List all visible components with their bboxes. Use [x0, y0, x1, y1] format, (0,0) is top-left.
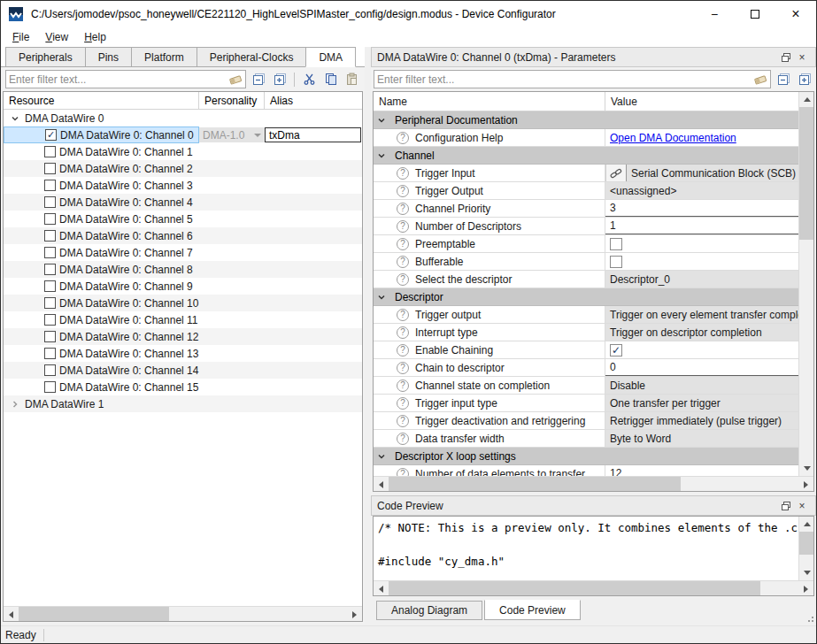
resource-cell[interactable]: DMA DataWire 0: Channel 1	[4, 143, 199, 160]
personality-combo[interactable]: DMA-1.0	[199, 127, 265, 142]
tab-analog-diagram[interactable]: Analog Diagram	[376, 601, 482, 620]
help-icon[interactable]: ?	[397, 380, 409, 392]
tree-row[interactable]: DMA DataWire 0	[4, 110, 362, 126]
resource-cell[interactable]: DMA DataWire 0: Channel 5	[4, 211, 199, 227]
expand-all-button[interactable]	[796, 71, 813, 88]
code-vertical-scrollbar[interactable]	[798, 517, 813, 580]
help-icon[interactable]: ?	[397, 433, 409, 445]
tree-row[interactable]: DMA DataWire 1	[4, 395, 362, 412]
scroll-down-arrow[interactable]	[799, 461, 813, 476]
param-checkbox[interactable]	[610, 256, 622, 268]
tab-peripheral-clocks[interactable]: Peripheral-Clocks	[197, 47, 307, 66]
scroll-right-arrow[interactable]	[347, 607, 362, 622]
param-value-combo[interactable]: <unassigned>	[605, 182, 798, 199]
param-value-combo[interactable]: Descriptor_0	[605, 271, 798, 288]
param-checkbox[interactable]: ✓	[610, 344, 622, 356]
right-filter-input[interactable]	[377, 73, 753, 86]
tab-peripherals[interactable]: Peripherals	[5, 47, 86, 66]
left-filter-input[interactable]	[9, 73, 228, 86]
help-icon[interactable]: ?	[397, 203, 409, 215]
scrollbar-thumb[interactable]	[19, 607, 169, 621]
resource-cell[interactable]: DMA DataWire 0: Channel 10	[4, 295, 199, 311]
tree-row[interactable]: DMA DataWire 0: Channel 15	[4, 379, 362, 395]
tree-row[interactable]: DMA DataWire 0: Channel 7	[4, 244, 362, 261]
param-section-descriptor-x-loop-settings[interactable]: Descriptor X loop settings	[374, 448, 798, 465]
resource-cell[interactable]: ✓DMA DataWire 0: Channel 0	[4, 126, 199, 143]
param-value-combo[interactable]: Retrigger immediately (pulse trigger)	[605, 412, 798, 429]
column-header-resource[interactable]: Resource	[4, 92, 199, 109]
resource-checkbox[interactable]	[44, 163, 56, 174]
resource-checkbox[interactable]	[44, 314, 56, 326]
scrollbar-thumb[interactable]	[799, 107, 813, 240]
expand-all-button[interactable]	[271, 71, 289, 88]
help-icon[interactable]: ?	[397, 415, 409, 427]
param-value-link[interactable]: Open DMA Documentation	[605, 132, 736, 144]
column-header-name[interactable]: Name	[374, 92, 605, 111]
maximize-button[interactable]	[735, 1, 775, 27]
tree-row[interactable]: DMA DataWire 0: Channel 9	[4, 278, 362, 295]
param-section-peripheral-documentation[interactable]: Peripheral Documentation	[374, 111, 798, 129]
resource-checkbox[interactable]	[44, 364, 56, 376]
menu-file[interactable]: File	[4, 29, 37, 45]
resource-checkbox[interactable]	[44, 264, 56, 275]
scroll-left-arrow[interactable]	[374, 581, 389, 596]
left-horizontal-scrollbar[interactable]	[4, 606, 362, 621]
scroll-left-arrow[interactable]	[4, 607, 19, 622]
resource-checkbox[interactable]	[44, 381, 56, 393]
params-horizontal-scrollbar[interactable]	[374, 476, 813, 491]
tab-platform[interactable]: Platform	[131, 47, 197, 66]
param-value-edit[interactable]: 3	[605, 200, 798, 217]
chevron-down-icon[interactable]	[9, 114, 21, 123]
menu-view[interactable]: View	[37, 29, 76, 45]
help-icon[interactable]: ?	[397, 273, 409, 286]
tab-dma[interactable]: DMA	[305, 47, 356, 67]
resource-checkbox[interactable]	[44, 146, 56, 157]
tree-row[interactable]: DMA DataWire 0: Channel 6	[4, 227, 362, 244]
tree-row[interactable]: DMA DataWire 0: Channel 1	[4, 143, 362, 160]
clear-filter-eraser-icon[interactable]	[753, 73, 767, 86]
resource-cell[interactable]: DMA DataWire 0: Channel 13	[4, 345, 199, 362]
tree-row[interactable]: DMA DataWire 0: Channel 11	[4, 311, 362, 328]
float-panel-button[interactable]	[778, 498, 794, 514]
help-icon[interactable]: ?	[397, 344, 409, 356]
cut-button[interactable]	[300, 71, 318, 88]
resource-cell[interactable]: DMA DataWire 0: Channel 11	[4, 311, 199, 328]
param-section-channel[interactable]: Channel	[374, 147, 798, 165]
scrollbar-thumb[interactable]	[389, 581, 760, 595]
trigger-link-button[interactable]	[605, 165, 627, 181]
resource-cell[interactable]: DMA DataWire 0: Channel 14	[4, 362, 199, 379]
chevron-down-icon[interactable]	[375, 116, 388, 125]
clear-filter-eraser-icon[interactable]	[228, 73, 243, 86]
chevron-down-icon[interactable]	[375, 151, 388, 160]
scroll-left-arrow[interactable]	[374, 477, 389, 492]
help-icon[interactable]: ?	[397, 220, 409, 233]
tab-pins[interactable]: Pins	[85, 47, 132, 66]
resource-cell[interactable]: DMA DataWire 1	[4, 395, 199, 412]
help-icon[interactable]: ?	[397, 468, 409, 477]
param-section-descriptor[interactable]: Descriptor	[374, 288, 798, 306]
help-icon[interactable]: ?	[397, 185, 409, 197]
param-value-edit[interactable]: 12	[605, 465, 798, 476]
resource-cell[interactable]: DMA DataWire 0: Channel 4	[4, 194, 199, 211]
paste-button[interactable]	[343, 71, 360, 88]
help-icon[interactable]: ?	[397, 309, 409, 321]
scroll-right-arrow[interactable]	[798, 477, 813, 492]
param-value-combo[interactable]: Serial Communication Block (SCB) 2	[627, 165, 798, 181]
column-header-value[interactable]: Value	[605, 92, 798, 111]
resize-grip-icon[interactable]	[806, 617, 813, 624]
resource-cell[interactable]: DMA DataWire 0: Channel 12	[4, 328, 199, 345]
param-value-combo[interactable]: One transfer per trigger	[605, 395, 798, 411]
resource-checkbox[interactable]	[44, 280, 56, 292]
code-preview-text[interactable]: /* NOTE: This is a preview only. It comb…	[374, 517, 798, 580]
resource-cell[interactable]: DMA DataWire 0: Channel 6	[4, 227, 199, 244]
params-vertical-scrollbar[interactable]	[798, 92, 813, 476]
param-value-combo[interactable]: Byte to Word	[605, 430, 798, 447]
collapse-all-button[interactable]	[250, 71, 267, 88]
tree-row[interactable]: DMA DataWire 0: Channel 5	[4, 211, 362, 227]
param-checkbox[interactable]	[610, 238, 622, 250]
scroll-up-arrow[interactable]	[799, 92, 813, 107]
resource-checkbox[interactable]: ✓	[45, 129, 57, 141]
help-icon[interactable]: ?	[397, 326, 409, 339]
resource-checkbox[interactable]	[44, 196, 56, 208]
resource-checkbox[interactable]	[44, 247, 56, 258]
